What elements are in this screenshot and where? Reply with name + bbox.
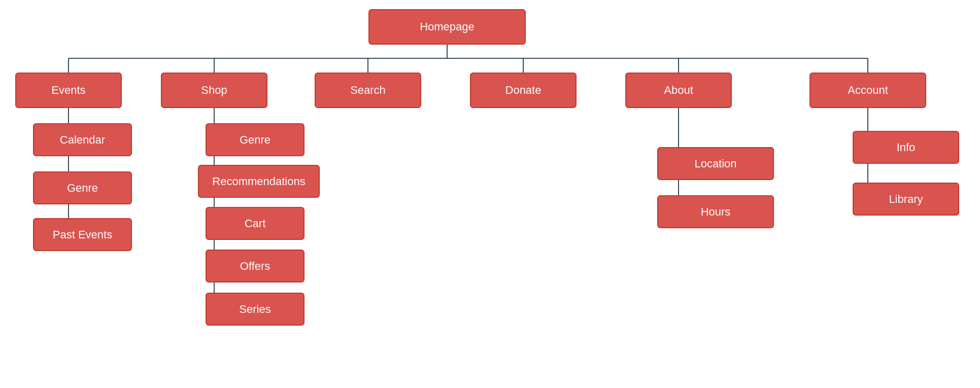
node-info: Info [853, 131, 959, 164]
node-genre-events: Genre [33, 171, 132, 204]
node-about: About [625, 73, 732, 108]
node-search: Search [315, 73, 421, 108]
node-shop: Shop [161, 73, 267, 108]
connector-lines [0, 0, 980, 388]
node-library: Library [853, 183, 959, 216]
node-events: Events [15, 73, 122, 108]
node-cart: Cart [206, 207, 305, 240]
node-location: Location [657, 147, 774, 180]
node-calendar: Calendar [33, 123, 132, 156]
node-offers: Offers [206, 250, 305, 283]
site-map-diagram: Homepage Events Shop Search Donate About… [0, 0, 980, 388]
node-series: Series [206, 293, 305, 326]
node-donate: Donate [470, 73, 577, 108]
node-account: Account [809, 73, 926, 108]
node-recommendations: Recommendations [198, 165, 320, 198]
node-past-events: Past Events [33, 218, 132, 251]
node-hours: Hours [657, 195, 774, 228]
node-genre-shop: Genre [206, 123, 305, 156]
node-homepage: Homepage [368, 9, 526, 45]
